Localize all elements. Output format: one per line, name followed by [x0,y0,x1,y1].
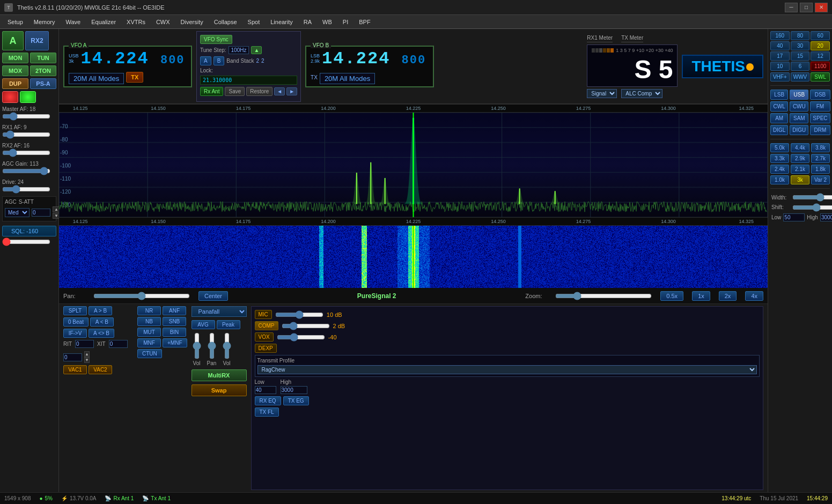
ctun-btn[interactable]: CTUN [137,349,162,358]
agc-mode-select[interactable]: MedFastSlowOff [5,208,30,217]
comp-slider[interactable] [282,322,330,330]
mode-dsb[interactable]: DSB [810,90,830,100]
filter-29[interactable]: 2.9k [791,154,809,163]
btn-tun[interactable]: TUN [30,53,56,63]
filter-18[interactable]: 1.8k [811,165,830,174]
menu-item-equalizer[interactable]: Equalizer [86,15,121,28]
menu-item-linearity[interactable]: Linearity [265,15,298,28]
sql-slider[interactable] [2,238,50,246]
nr-btn[interactable]: NR [137,306,161,315]
minimize-button[interactable]: ─ [785,3,798,12]
band-12[interactable]: 12 [811,51,830,61]
tune-step-up[interactable]: ▲ [251,46,262,54]
zoom-05-btn[interactable]: 0.5x [660,291,683,301]
zoom-1-btn[interactable]: 1x [692,291,710,301]
btn-rx2[interactable]: RX2 [25,31,49,50]
mode-digl[interactable]: DIGL [770,125,788,135]
tx-fl-btn[interactable]: TX FL [255,407,279,417]
vfo-a-freq[interactable]: 14.224 800 [81,49,185,69]
menu-item-spot[interactable]: Spot [242,15,266,28]
band-wwv[interactable]: WWV [791,72,810,81]
bin-btn[interactable]: BIN [163,328,186,337]
panafall-select[interactable]: PanafallPanadapterWaterfall [192,306,247,317]
vox-btn[interactable]: VOX [255,332,274,342]
alc-dropdown[interactable]: ALC CompALC [621,89,662,98]
vfo-b-btn[interactable]: B [213,56,225,65]
band-160[interactable]: 160 [770,31,790,40]
filter-10[interactable]: 1.0k [770,175,789,184]
eq-low-input[interactable] [255,386,276,394]
mic-btn[interactable]: MIC [255,310,272,319]
band-30[interactable]: 30 [791,41,810,50]
comp-btn[interactable]: COMP [255,321,278,330]
filter-44[interactable]: 4.4k [791,143,809,152]
band-6[interactable]: 6 [791,62,810,71]
rx-eq-btn[interactable]: RX EQ [255,396,281,405]
save-btn[interactable]: Save [225,87,245,96]
vac2-btn[interactable]: VAC2 [89,365,112,374]
band-1100[interactable]: 1100 [811,62,830,71]
restore-btn[interactable]: Restore [246,87,273,96]
menu-item-pi[interactable]: PI [337,15,354,28]
aob-btn[interactable]: A <> B [89,329,114,338]
filter-5k[interactable]: 5.0k [770,143,789,152]
menu-item-bpf[interactable]: BPF [354,15,375,28]
multirx-btn[interactable]: MultiRX [192,369,247,381]
rit-input[interactable] [75,340,94,348]
btn-psa[interactable]: PS-A [30,78,56,89]
vac1-btn[interactable]: VAC1 [63,365,87,374]
menu-item-ra[interactable]: RA [298,15,317,28]
vol-slider-3[interactable] [222,332,232,359]
filter-33[interactable]: 3.3k [770,154,789,163]
nav-left-btn[interactable]: ◄ [274,87,285,95]
xit-input[interactable] [109,340,128,348]
btn-mox[interactable]: MOX [2,65,28,76]
tx-profile-select[interactable]: RagChewDXContest [257,365,757,374]
shift-slider[interactable] [792,204,832,211]
filter-21[interactable]: 2.1k [791,165,809,174]
eq-high-input[interactable] [281,386,307,394]
pan-slider-2[interactable] [207,332,217,359]
mut-btn[interactable]: MUT [137,328,161,337]
rx-ant-btn[interactable]: Rx Ant [200,87,223,96]
filter-27[interactable]: 2.7k [811,154,830,163]
filter-var2[interactable]: Var 2 [811,175,830,184]
avg-btn[interactable]: AVG [192,320,215,329]
master-af-slider[interactable] [2,113,50,120]
rx2-af-slider[interactable] [2,149,50,157]
vfo-b-band[interactable]: 20M All Modes [320,73,375,84]
xit-down[interactable]: ▼ [84,357,90,363]
btn-record[interactable] [2,91,18,103]
mnf2-btn[interactable]: +MNF [163,338,187,347]
peak-btn[interactable]: Peak [217,320,240,329]
xit-up[interactable]: ▲ [84,351,90,357]
mode-lsb[interactable]: LSB [770,90,788,100]
mnf-btn[interactable]: MNF [137,338,161,347]
ifv-btn[interactable]: IF->V [63,329,87,338]
zoom-2-btn[interactable]: 2x [719,291,737,301]
btn-a[interactable]: A [2,31,24,50]
zoom-slider[interactable] [555,292,652,300]
a2b2-btn[interactable]: A < B [90,317,114,327]
mode-fm[interactable]: FM [810,101,830,112]
pan-slider[interactable] [93,292,190,300]
band-swl[interactable]: SWL [811,72,830,81]
anf-btn[interactable]: ANF [163,306,186,315]
mode-cwl[interactable]: CWL [770,101,788,112]
maximize-button[interactable]: □ [800,3,813,12]
sql-button[interactable]: SQL: -160 [2,226,56,236]
band-17[interactable]: 17 [770,51,790,61]
vox-slider[interactable] [277,333,325,341]
snb-btn[interactable]: SNB [163,317,186,326]
band-40[interactable]: 40 [770,41,790,50]
menu-item-wave[interactable]: Wave [60,15,86,28]
btn-mon[interactable]: MON [2,53,28,63]
width-slider[interactable] [792,194,832,201]
vfo-a-tx-btn[interactable]: TX [126,72,143,83]
menu-item-wb[interactable]: WB [317,15,337,28]
beat-btn[interactable]: 0 Beat [63,317,89,327]
dexp-btn[interactable]: DEXP [255,344,277,353]
band-80[interactable]: 80 [791,31,810,40]
mode-cwu[interactable]: CWU [790,101,808,112]
signal-dropdown[interactable]: SignalALC [587,89,617,98]
